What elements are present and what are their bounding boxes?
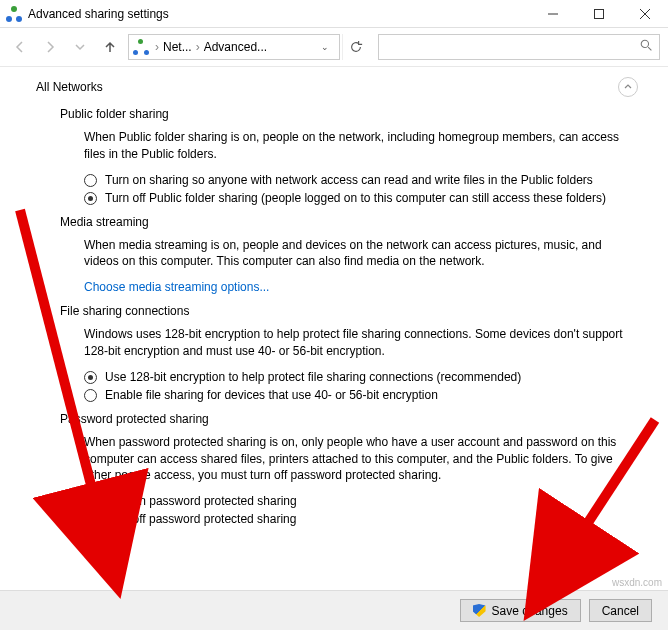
breadcrumb-dropdown[interactable]: ⌄	[315, 42, 335, 52]
chevron-right-icon: ›	[155, 40, 159, 54]
filesharing-desc: Windows uses 128-bit encryption to help …	[84, 326, 628, 360]
window-controls	[530, 0, 668, 28]
title-bar: Advanced sharing settings	[0, 0, 668, 28]
app-icon	[6, 6, 22, 22]
radio-icon	[84, 389, 97, 402]
radio-label: Turn on sharing so anyone with network a…	[105, 173, 593, 187]
close-button[interactable]	[622, 0, 668, 28]
search-input[interactable]	[378, 34, 660, 60]
radio-icon	[84, 495, 97, 508]
radio-label: Turn off password protected sharing	[105, 512, 296, 526]
watermark: wsxdn.com	[612, 577, 662, 588]
profile-name: All Networks	[36, 80, 103, 94]
breadcrumb[interactable]: › Net... › Advanced... ⌄	[128, 34, 340, 60]
radio-label: Turn on password protected sharing	[105, 494, 297, 508]
public-folder-desc: When Public folder sharing is on, people…	[84, 129, 628, 163]
button-label: Save changes	[492, 604, 568, 618]
button-bar: Save changes Cancel	[0, 590, 668, 630]
minimize-button[interactable]	[530, 0, 576, 28]
back-button[interactable]	[8, 35, 32, 59]
chevron-right-icon: ›	[196, 40, 200, 54]
section-title-password: Password protected sharing	[60, 412, 638, 426]
cancel-button[interactable]: Cancel	[589, 599, 652, 622]
maximize-button[interactable]	[576, 0, 622, 28]
radio-public-off[interactable]: Turn off Public folder sharing (people l…	[84, 191, 628, 205]
radio-icon	[84, 174, 97, 187]
forward-button[interactable]	[38, 35, 62, 59]
recent-locations-button[interactable]	[68, 35, 92, 59]
radio-icon	[84, 513, 97, 526]
radio-icon	[84, 192, 97, 205]
content-area: All Networks Public folder sharing When …	[0, 67, 668, 540]
nav-bar: › Net... › Advanced... ⌄	[0, 28, 668, 67]
up-button[interactable]	[98, 35, 122, 59]
section-title-media: Media streaming	[60, 215, 638, 229]
window-title: Advanced sharing settings	[28, 7, 530, 21]
svg-point-4	[641, 40, 648, 47]
svg-rect-1	[595, 9, 604, 18]
password-desc: When password protected sharing is on, o…	[84, 434, 628, 484]
breadcrumb-item[interactable]: Net...	[163, 40, 192, 54]
section-title-public-folder: Public folder sharing	[60, 107, 638, 121]
profile-header[interactable]: All Networks	[36, 77, 638, 97]
refresh-button[interactable]	[342, 34, 368, 60]
search-icon	[640, 39, 653, 55]
location-icon	[133, 39, 149, 55]
media-desc: When media streaming is on, people and d…	[84, 237, 628, 271]
radio-password-on[interactable]: Turn on password protected sharing	[84, 494, 628, 508]
radio-password-off[interactable]: Turn off password protected sharing	[84, 512, 628, 526]
shield-icon	[473, 604, 486, 617]
radio-icon	[84, 371, 97, 384]
collapse-icon[interactable]	[618, 77, 638, 97]
media-options-link[interactable]: Choose media streaming options...	[84, 280, 628, 294]
radio-40-56bit[interactable]: Enable file sharing for devices that use…	[84, 388, 628, 402]
save-changes-button[interactable]: Save changes	[460, 599, 581, 622]
radio-label: Use 128-bit encryption to help protect f…	[105, 370, 521, 384]
radio-public-on[interactable]: Turn on sharing so anyone with network a…	[84, 173, 628, 187]
radio-label: Enable file sharing for devices that use…	[105, 388, 438, 402]
button-label: Cancel	[602, 604, 639, 618]
radio-label: Turn off Public folder sharing (people l…	[105, 191, 606, 205]
section-title-filesharing: File sharing connections	[60, 304, 638, 318]
radio-128bit[interactable]: Use 128-bit encryption to help protect f…	[84, 370, 628, 384]
svg-line-5	[648, 47, 651, 50]
breadcrumb-item[interactable]: Advanced...	[204, 40, 267, 54]
